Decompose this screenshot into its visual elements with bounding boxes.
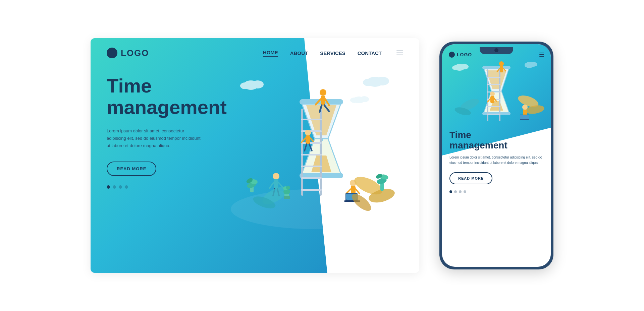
svg-point-88 bbox=[460, 64, 469, 69]
svg-rect-12 bbox=[301, 189, 322, 191]
svg-rect-11 bbox=[301, 177, 322, 179]
nav-links: HOME ABOUT SERVICES CONTACT bbox=[263, 50, 403, 57]
svg-rect-70 bbox=[487, 84, 500, 85]
pagination-dots bbox=[107, 185, 221, 189]
phone-hero-description: Lorem ipsum dolor sit amet, consectetur … bbox=[449, 155, 543, 166]
logo-group: LOGO bbox=[107, 48, 149, 58]
svg-line-23 bbox=[305, 144, 307, 151]
logo-icon bbox=[107, 48, 117, 58]
nav-contact[interactable]: CONTACT bbox=[358, 50, 382, 56]
logo-text: LOGO bbox=[121, 48, 149, 58]
svg-rect-73 bbox=[487, 106, 500, 107]
desktop-nav: LOGO HOME ABOUT SERVICES CONTACT bbox=[91, 38, 419, 58]
desktop-hero-content: Time management Lorem ipsum dolor sit am… bbox=[91, 58, 419, 236]
svg-rect-10 bbox=[301, 166, 322, 167]
hero-text-block: Time management Lorem ipsum dolor sit am… bbox=[107, 75, 221, 189]
phone-logo-icon bbox=[449, 52, 455, 58]
dot-1[interactable] bbox=[107, 185, 110, 189]
read-more-button[interactable]: READ MORE bbox=[107, 162, 156, 176]
svg-rect-20 bbox=[306, 135, 310, 144]
phone-logo-text: LOGO bbox=[457, 52, 472, 57]
phone-pagination-dots bbox=[449, 190, 543, 193]
svg-rect-8 bbox=[301, 142, 322, 144]
phone-hamburger-icon[interactable] bbox=[539, 53, 544, 57]
svg-point-91 bbox=[529, 62, 537, 67]
hamburger-menu-icon[interactable] bbox=[396, 51, 403, 55]
phone-hero-illustration bbox=[442, 58, 551, 125]
phone-dot-1[interactable] bbox=[449, 190, 452, 193]
svg-line-28 bbox=[278, 182, 282, 187]
phone-illustration bbox=[442, 58, 551, 125]
phone-screen: LOGO bbox=[442, 44, 551, 267]
phone-dot-2[interactable] bbox=[454, 190, 457, 193]
phone-dot-4[interactable] bbox=[464, 190, 466, 193]
svg-rect-6 bbox=[301, 119, 322, 120]
hero-illustration-svg bbox=[221, 65, 415, 239]
nav-about[interactable]: ABOUT bbox=[290, 50, 308, 56]
svg-point-13 bbox=[320, 89, 326, 96]
nav-services[interactable]: SERVICES bbox=[320, 50, 345, 56]
svg-rect-80 bbox=[490, 96, 494, 103]
phone-camera bbox=[494, 48, 498, 52]
svg-rect-74 bbox=[487, 114, 500, 115]
svg-point-63 bbox=[360, 96, 369, 102]
svg-point-89 bbox=[452, 65, 459, 70]
phone-logo-group: LOGO bbox=[449, 52, 472, 58]
dot-3[interactable] bbox=[119, 185, 122, 189]
dot-4[interactable] bbox=[125, 185, 128, 189]
nav-home[interactable]: HOME bbox=[263, 50, 278, 57]
hero-title: Time management bbox=[107, 75, 221, 118]
svg-point-92 bbox=[522, 105, 528, 110]
desktop-illustration bbox=[227, 75, 403, 236]
svg-point-55 bbox=[286, 186, 290, 189]
hero-description: Lorem ipsum dolor sit amet, consectetur … bbox=[107, 127, 201, 149]
svg-rect-4 bbox=[301, 109, 303, 196]
svg-rect-7 bbox=[301, 130, 322, 132]
svg-rect-69 bbox=[487, 77, 500, 78]
svg-point-25 bbox=[273, 173, 279, 180]
svg-rect-5 bbox=[320, 109, 322, 196]
svg-point-60 bbox=[376, 77, 389, 85]
svg-point-64 bbox=[350, 98, 358, 103]
svg-rect-9 bbox=[301, 154, 322, 156]
svg-point-75 bbox=[499, 61, 504, 66]
svg-rect-76 bbox=[500, 66, 503, 72]
svg-point-19 bbox=[305, 130, 311, 136]
phone-notch bbox=[480, 47, 513, 54]
svg-rect-14 bbox=[321, 96, 325, 105]
svg-rect-52 bbox=[284, 196, 290, 199]
phone-hero-title: Time management bbox=[449, 130, 543, 151]
svg-point-58 bbox=[240, 82, 250, 89]
mobile-phone: LOGO bbox=[439, 42, 553, 269]
svg-point-61 bbox=[363, 79, 374, 86]
svg-line-22 bbox=[310, 138, 313, 141]
svg-point-57 bbox=[252, 80, 264, 88]
svg-rect-95 bbox=[520, 115, 529, 119]
svg-point-79 bbox=[490, 91, 495, 96]
phone-dot-3[interactable] bbox=[459, 190, 462, 193]
svg-line-27 bbox=[269, 182, 274, 188]
desktop-landing-page: LOGO HOME ABOUT SERVICES CONTACT Time ma… bbox=[91, 38, 419, 273]
dot-2[interactable] bbox=[113, 185, 116, 189]
svg-rect-65 bbox=[482, 66, 511, 69]
phone-hero-content: Time management Lorem ipsum dolor sit am… bbox=[442, 125, 551, 193]
phone-read-more-button[interactable]: READ MORE bbox=[449, 172, 492, 184]
